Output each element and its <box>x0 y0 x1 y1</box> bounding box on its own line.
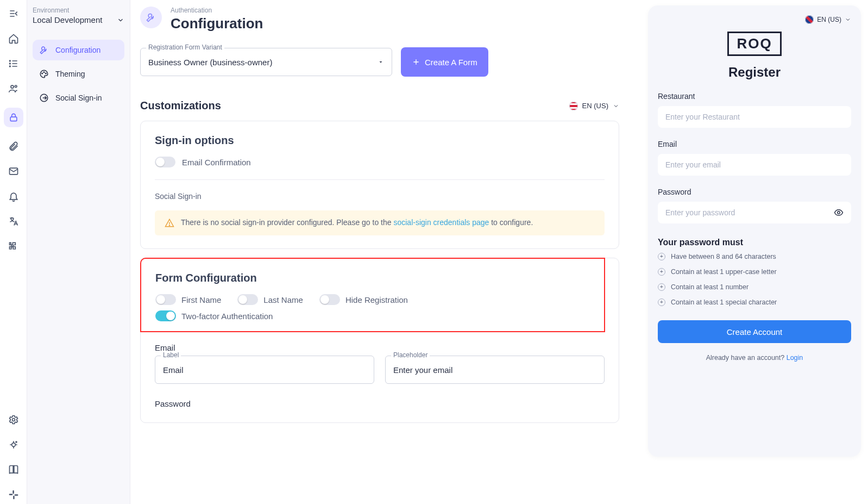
preview-title: Register <box>658 65 851 80</box>
deploy-icon[interactable] <box>8 439 20 451</box>
rule-dot-icon <box>658 268 665 276</box>
svg-point-15 <box>43 72 45 73</box>
create-form-button[interactable]: Create A Form <box>401 47 488 77</box>
svg-point-1 <box>9 63 10 64</box>
form-configuration-highlight: Form Configuration First Name Last Name … <box>140 258 605 332</box>
last-name-toggle[interactable] <box>237 294 258 305</box>
form-configuration-card: Form Configuration First Name Last Name … <box>140 258 619 423</box>
rule-text: Contain at least 1 number <box>671 283 749 291</box>
svg-point-14 <box>42 73 43 74</box>
password-rule: Contain at least 1 upper-case letter <box>658 268 851 276</box>
alert-suffix: to configure. <box>489 218 533 227</box>
preview-email-label: Email <box>658 140 851 148</box>
password-rule: Contain at least 1 special character <box>658 298 851 306</box>
create-form-label: Create A Form <box>425 58 477 67</box>
subnav-item-configuration[interactable]: Configuration <box>33 40 124 60</box>
password-rule: Have between 8 and 64 characters <box>658 253 851 260</box>
subnav-label: Configuration <box>55 46 100 54</box>
rule-text: Have between 8 and 64 characters <box>671 253 776 260</box>
hide-registration-toggle[interactable] <box>319 294 340 305</box>
email-section-title: Email <box>155 343 605 352</box>
svg-point-3 <box>11 85 14 88</box>
preview-card: EN (US) ROQ Register Restaurant Enter yo… <box>648 5 861 457</box>
preview-create-label: Create Account <box>727 327 783 337</box>
dropdown-icon <box>378 59 384 65</box>
last-name-label: Last Name <box>263 295 303 304</box>
preview-language-select[interactable]: EN (US) <box>805 15 851 24</box>
gear-icon[interactable] <box>8 414 20 426</box>
email-label-input[interactable]: Label Email <box>155 356 374 384</box>
two-factor-label: Two-factor Authentication <box>181 312 273 321</box>
wrench-icon <box>39 45 49 55</box>
lock-icon[interactable] <box>4 108 23 127</box>
social-credentials-link[interactable]: social-sigin credentials page <box>393 218 489 227</box>
email-placeholder-input[interactable]: Placeholder Enter your email <box>385 356 605 384</box>
svg-rect-10 <box>12 490 14 494</box>
svg-point-16 <box>46 73 47 74</box>
book-icon[interactable] <box>8 464 20 476</box>
svg-rect-12 <box>13 496 15 500</box>
signin-icon <box>39 93 49 103</box>
preview-language-value: EN (US) <box>817 16 841 23</box>
svg-point-4 <box>15 85 17 88</box>
preview-restaurant-placeholder: Enter your Restaurant <box>665 113 740 121</box>
page-title: Configuration <box>171 15 263 32</box>
input-value: Enter your email <box>393 365 452 375</box>
warning-icon <box>165 218 174 228</box>
attachment-icon[interactable] <box>8 140 20 152</box>
preview-password-placeholder: Enter your password <box>665 208 735 217</box>
palette-icon <box>39 69 49 79</box>
chevron-down-icon <box>845 16 851 23</box>
collapse-icon[interactable] <box>8 8 20 20</box>
environment-value: Local Development <box>33 15 102 24</box>
subnav-label: Theming <box>55 70 85 78</box>
email-confirmation-toggle[interactable] <box>155 157 175 167</box>
language-select-main[interactable]: EN (US) <box>569 102 619 110</box>
preview-create-account-button[interactable]: Create Account <box>658 320 851 343</box>
flag-uk-icon <box>805 15 814 24</box>
two-factor-toggle[interactable] <box>155 310 176 321</box>
environment-select[interactable]: Local Development <box>33 15 124 24</box>
alert-prefix: There is no social sign-in provider conf… <box>181 218 393 227</box>
puzzle-icon[interactable] <box>8 240 20 252</box>
svg-rect-13 <box>14 494 18 496</box>
input-value: Email <box>163 365 184 375</box>
wrench-icon <box>146 12 156 23</box>
select-value: Business Owner (business-owner) <box>148 58 378 67</box>
preview-email-input[interactable]: Enter your email <box>658 154 851 176</box>
preview-restaurant-input[interactable]: Enter your Restaurant <box>658 106 851 128</box>
preview-password-input[interactable]: Enter your password <box>658 202 851 223</box>
password-rules-list: Have between 8 and 64 characters Contain… <box>658 253 851 306</box>
form-configuration-title: Form Configuration <box>155 272 590 284</box>
preview-login-link[interactable]: Login <box>787 354 803 362</box>
svg-point-7 <box>12 419 15 421</box>
svg-point-19 <box>838 211 840 214</box>
rule-dot-icon <box>658 283 665 291</box>
flag-us-icon <box>569 102 578 110</box>
first-name-toggle[interactable] <box>155 294 176 305</box>
bell-icon[interactable] <box>8 190 20 202</box>
svg-point-18 <box>169 225 169 226</box>
svg-point-9 <box>16 441 17 443</box>
subnav-label: Social Sign-in <box>55 94 102 102</box>
svg-point-2 <box>9 66 10 67</box>
language-icon[interactable] <box>8 215 20 227</box>
rule-text: Contain at least 1 special character <box>671 298 777 306</box>
list-icon[interactable] <box>8 58 20 70</box>
email-confirmation-label: Email Confirmation <box>182 158 251 167</box>
environment-sidebar: Environment Local Development Configurat… <box>27 0 130 504</box>
users-icon[interactable] <box>8 83 20 95</box>
registration-variant-select[interactable]: Registration Form Variant Business Owner… <box>140 48 392 76</box>
eye-icon[interactable] <box>834 208 844 217</box>
mail-icon[interactable] <box>8 165 20 177</box>
slack-icon[interactable] <box>8 489 20 501</box>
password-rule: Contain at least 1 number <box>658 283 851 291</box>
input-label: Placeholder <box>391 351 430 359</box>
already-text: Already have an account? <box>706 354 787 362</box>
preview-pane: EN (US) ROQ Register Restaurant Enter yo… <box>641 0 868 504</box>
subnav-item-theming[interactable]: Theming <box>33 64 124 84</box>
subnav-item-social[interactable]: Social Sign-in <box>33 88 124 108</box>
svg-rect-11 <box>9 494 12 495</box>
preview-password-label: Password <box>658 188 851 196</box>
home-icon[interactable] <box>8 33 20 45</box>
